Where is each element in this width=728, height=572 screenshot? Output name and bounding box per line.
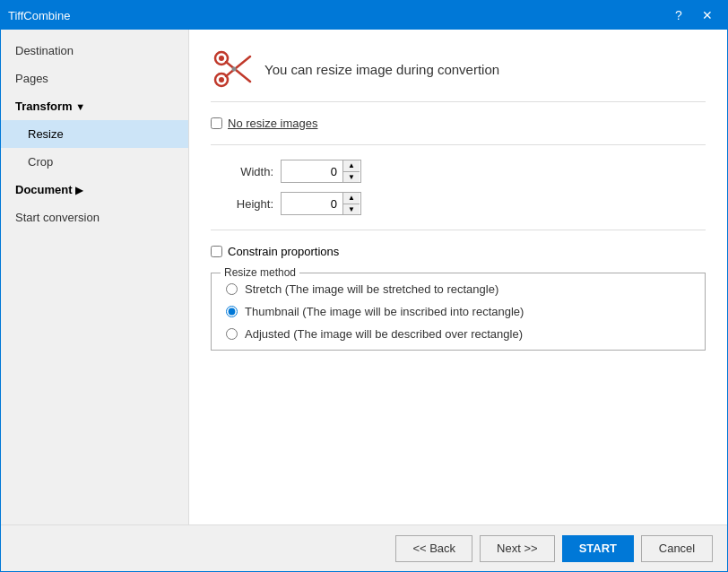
transform-expand-icon: ▼ (75, 101, 85, 112)
divider-2 (211, 230, 706, 230)
thumbnail-row: Thumbnail (The image will be inscribed i… (226, 305, 690, 318)
sidebar-item-start-conversion[interactable]: Start conversion (1, 204, 188, 231)
svg-point-6 (232, 67, 237, 72)
adjusted-row: Adjusted (The image will be described ov… (226, 327, 690, 341)
title-bar-buttons: ? ✕ (666, 4, 720, 26)
resize-method-group: Resize method Stretch (The image will be… (211, 273, 706, 351)
content-area: Destination Pages Transform ▼ Resize Cro… (1, 30, 727, 524)
stretch-radio[interactable] (226, 283, 238, 295)
width-spinner-buttons: ▲ ▼ (342, 160, 360, 182)
thumbnail-radio[interactable] (226, 306, 238, 317)
document-expand-icon: ▶ (75, 185, 82, 195)
constrain-label[interactable]: Constrain proportions (228, 245, 339, 258)
adjusted-radio[interactable] (226, 328, 238, 340)
start-button[interactable]: START (562, 535, 634, 562)
window-title: TiffCombine (8, 9, 666, 22)
height-spinner: ▲ ▼ (281, 192, 361, 215)
resize-method-legend: Resize method (221, 266, 299, 279)
width-down-button[interactable]: ▼ (343, 171, 360, 182)
stretch-label[interactable]: Stretch (The image will be stretched to … (245, 282, 498, 296)
main-panel: You can resize image during convertion N… (189, 30, 727, 524)
help-button[interactable]: ? (666, 4, 691, 26)
width-label: Width: (211, 165, 273, 178)
next-button[interactable]: Next >> (480, 535, 555, 562)
height-input[interactable] (282, 195, 342, 213)
back-button[interactable]: << Back (395, 535, 472, 562)
width-up-button[interactable]: ▲ (343, 160, 360, 171)
height-row: Height: ▲ ▼ (211, 192, 706, 215)
width-input[interactable] (282, 162, 342, 181)
constrain-row: Constrain proportions (211, 245, 706, 258)
panel-header: You can resize image during convertion (211, 48, 706, 102)
sidebar-item-crop[interactable]: Crop (1, 148, 188, 176)
height-up-button[interactable]: ▲ (343, 193, 360, 204)
sidebar-item-transform[interactable]: Transform ▼ (1, 92, 188, 120)
thumbnail-label[interactable]: Thumbnail (The image will be inscribed i… (245, 305, 524, 318)
main-window: TiffCombine ? ✕ Destination Pages Transf… (0, 0, 728, 572)
sidebar-item-resize[interactable]: Resize (1, 120, 188, 148)
height-label: Height: (211, 197, 273, 211)
cancel-button[interactable]: Cancel (641, 535, 713, 562)
footer: << Back Next >> START Cancel (1, 524, 727, 571)
sidebar-item-destination[interactable]: Destination (1, 37, 188, 65)
svg-point-2 (219, 77, 224, 82)
stretch-row: Stretch (The image will be stretched to … (226, 282, 690, 296)
no-resize-row: No resize images (211, 117, 706, 130)
panel-title: You can resize image during convertion (264, 62, 499, 77)
width-spinner: ▲ ▼ (281, 160, 361, 183)
close-button[interactable]: ✕ (695, 4, 720, 26)
title-bar: TiffCombine ? ✕ (1, 1, 727, 30)
sidebar-item-document[interactable]: Document ▶ (1, 176, 188, 204)
width-row: Width: ▲ ▼ (211, 160, 706, 183)
sidebar: Destination Pages Transform ▼ Resize Cro… (1, 30, 189, 524)
adjusted-label[interactable]: Adjusted (The image will be described ov… (245, 327, 523, 341)
svg-point-3 (219, 56, 224, 61)
constrain-checkbox[interactable] (211, 246, 222, 257)
svg-line-4 (226, 56, 250, 76)
no-resize-checkbox[interactable] (211, 117, 222, 129)
sidebar-item-pages[interactable]: Pages (1, 65, 188, 92)
no-resize-label[interactable]: No resize images (228, 117, 317, 130)
scissors-icon (211, 48, 254, 91)
height-spinner-buttons: ▲ ▼ (342, 193, 360, 214)
divider-1 (211, 144, 706, 145)
height-down-button[interactable]: ▼ (343, 204, 360, 214)
svg-line-5 (226, 62, 250, 82)
